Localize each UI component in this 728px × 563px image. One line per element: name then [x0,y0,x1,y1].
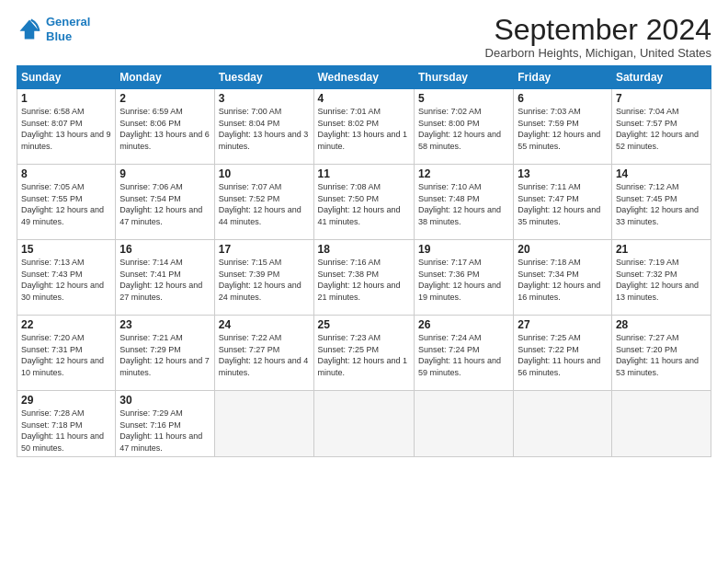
day-number: 1 [21,92,111,105]
day-number: 3 [219,92,310,105]
col-monday: Monday [116,66,214,89]
day-info: Sunrise: 7:28 AMSunset: 7:18 PMDaylight:… [21,408,111,454]
col-friday: Friday [514,66,612,89]
col-tuesday: Tuesday [214,66,313,89]
table-row: 14Sunrise: 7:12 AMSunset: 7:45 PMDayligh… [611,165,711,240]
day-info: Sunrise: 7:23 AMSunset: 7:25 PMDaylight:… [318,332,410,378]
logo: General Blue [17,15,90,43]
day-info: Sunrise: 7:06 AMSunset: 7:54 PMDaylight:… [119,181,210,227]
col-sunday: Sunday [17,66,116,89]
day-number: 26 [418,318,509,331]
logo-text: General Blue [46,15,90,43]
calendar-table: Sunday Monday Tuesday Wednesday Thursday… [17,65,711,457]
table-row: 16Sunrise: 7:14 AMSunset: 7:41 PMDayligh… [116,240,214,316]
month-title: September 2024 [485,15,711,44]
table-row: 2Sunrise: 6:59 AMSunset: 8:06 PMDaylight… [116,89,214,165]
day-number: 18 [318,243,410,256]
day-number: 19 [418,243,509,256]
calendar-header-row: Sunday Monday Tuesday Wednesday Thursday… [17,66,711,89]
table-row: 10Sunrise: 7:07 AMSunset: 7:52 PMDayligh… [214,165,313,240]
table-row: 29Sunrise: 7:28 AMSunset: 7:18 PMDayligh… [17,391,116,457]
day-number: 23 [119,318,210,331]
day-number: 24 [219,318,310,331]
day-info: Sunrise: 7:25 AMSunset: 7:22 PMDaylight:… [518,332,608,378]
day-number: 28 [616,318,707,331]
day-info: Sunrise: 7:16 AMSunset: 7:38 PMDaylight:… [318,257,410,303]
day-info: Sunrise: 7:29 AMSunset: 7:16 PMDaylight:… [119,408,210,454]
col-wednesday: Wednesday [313,66,414,89]
day-info: Sunrise: 7:17 AMSunset: 7:36 PMDaylight:… [418,257,509,303]
day-info: Sunrise: 7:11 AMSunset: 7:47 PMDaylight:… [518,181,608,227]
table-row: 6Sunrise: 7:03 AMSunset: 7:59 PMDaylight… [514,89,612,165]
day-info: Sunrise: 7:02 AMSunset: 8:00 PMDaylight:… [418,106,509,152]
table-row: 25Sunrise: 7:23 AMSunset: 7:25 PMDayligh… [313,316,414,391]
table-row [514,391,612,457]
day-info: Sunrise: 7:05 AMSunset: 7:55 PMDaylight:… [21,181,111,227]
day-info: Sunrise: 7:24 AMSunset: 7:24 PMDaylight:… [418,332,509,378]
table-row: 28Sunrise: 7:27 AMSunset: 7:20 PMDayligh… [611,316,711,391]
day-number: 22 [21,318,111,331]
table-row [313,391,414,457]
table-row: 15Sunrise: 7:13 AMSunset: 7:43 PMDayligh… [17,240,116,316]
day-number: 9 [119,167,210,180]
day-number: 25 [318,318,410,331]
day-number: 17 [219,243,310,256]
day-number: 30 [119,394,210,407]
day-info: Sunrise: 7:27 AMSunset: 7:20 PMDaylight:… [616,332,707,378]
day-info: Sunrise: 6:59 AMSunset: 8:06 PMDaylight:… [119,106,210,152]
header: General Blue September 2024 Dearborn Hei… [17,15,711,60]
day-number: 7 [616,92,707,105]
table-row: 4Sunrise: 7:01 AMSunset: 8:02 PMDaylight… [313,89,414,165]
location-subtitle: Dearborn Heights, Michigan, United State… [485,46,711,60]
day-number: 16 [119,243,210,256]
logo-line1: General [46,15,90,29]
table-row [214,391,313,457]
day-info: Sunrise: 7:12 AMSunset: 7:45 PMDaylight:… [616,181,707,227]
day-number: 29 [21,394,111,407]
logo-line2: Blue [46,29,72,43]
day-number: 15 [21,243,111,256]
day-number: 8 [21,167,111,180]
day-info: Sunrise: 7:07 AMSunset: 7:52 PMDaylight:… [219,181,310,227]
table-row: 7Sunrise: 7:04 AMSunset: 7:57 PMDaylight… [611,89,711,165]
day-number: 13 [518,167,608,180]
table-row [414,391,513,457]
table-row: 9Sunrise: 7:06 AMSunset: 7:54 PMDaylight… [116,165,214,240]
table-row: 20Sunrise: 7:18 AMSunset: 7:34 PMDayligh… [514,240,612,316]
table-row [611,391,711,457]
day-number: 11 [318,167,410,180]
day-info: Sunrise: 7:15 AMSunset: 7:39 PMDaylight:… [219,257,310,303]
table-row: 23Sunrise: 7:21 AMSunset: 7:29 PMDayligh… [116,316,214,391]
table-row: 27Sunrise: 7:25 AMSunset: 7:22 PMDayligh… [514,316,612,391]
calendar-page: General Blue September 2024 Dearborn Hei… [0,0,728,563]
day-number: 20 [518,243,608,256]
day-info: Sunrise: 6:58 AMSunset: 8:07 PMDaylight:… [21,106,111,152]
day-info: Sunrise: 7:03 AMSunset: 7:59 PMDaylight:… [518,106,608,152]
logo-icon [17,17,42,42]
day-info: Sunrise: 7:18 AMSunset: 7:34 PMDaylight:… [518,257,608,303]
table-row: 19Sunrise: 7:17 AMSunset: 7:36 PMDayligh… [414,240,513,316]
day-number: 10 [219,167,310,180]
day-number: 6 [518,92,608,105]
day-info: Sunrise: 7:01 AMSunset: 8:02 PMDaylight:… [318,106,410,152]
table-row: 22Sunrise: 7:20 AMSunset: 7:31 PMDayligh… [17,316,116,391]
day-number: 2 [119,92,210,105]
day-info: Sunrise: 7:04 AMSunset: 7:57 PMDaylight:… [616,106,707,152]
day-info: Sunrise: 7:19 AMSunset: 7:32 PMDaylight:… [616,257,707,303]
day-info: Sunrise: 7:20 AMSunset: 7:31 PMDaylight:… [21,332,111,378]
day-info: Sunrise: 7:13 AMSunset: 7:43 PMDaylight:… [21,257,111,303]
day-info: Sunrise: 7:21 AMSunset: 7:29 PMDaylight:… [119,332,210,378]
table-row: 11Sunrise: 7:08 AMSunset: 7:50 PMDayligh… [313,165,414,240]
day-number: 14 [616,167,707,180]
table-row: 13Sunrise: 7:11 AMSunset: 7:47 PMDayligh… [514,165,612,240]
title-block: September 2024 Dearborn Heights, Michiga… [485,15,711,60]
table-row: 17Sunrise: 7:15 AMSunset: 7:39 PMDayligh… [214,240,313,316]
day-info: Sunrise: 7:00 AMSunset: 8:04 PMDaylight:… [219,106,310,152]
table-row: 1Sunrise: 6:58 AMSunset: 8:07 PMDaylight… [17,89,116,165]
col-saturday: Saturday [611,66,711,89]
day-number: 21 [616,243,707,256]
day-info: Sunrise: 7:22 AMSunset: 7:27 PMDaylight:… [219,332,310,378]
day-number: 5 [418,92,509,105]
col-thursday: Thursday [414,66,513,89]
day-number: 4 [318,92,410,105]
